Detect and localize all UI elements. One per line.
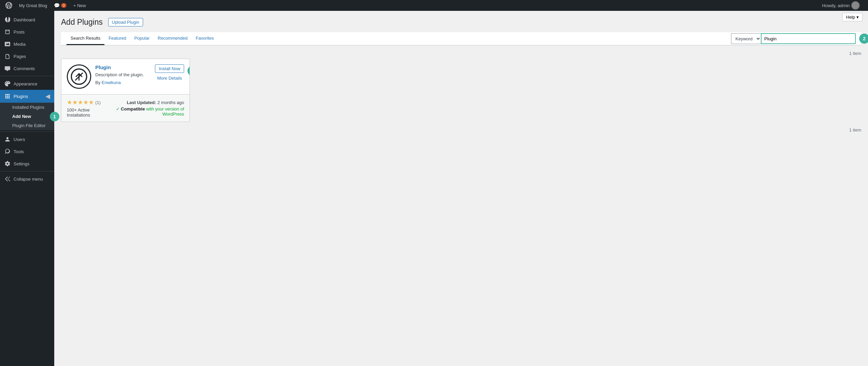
help-area: Help ▾ (842, 13, 863, 21)
plugin-name[interactable]: Plugin (95, 64, 148, 70)
plugin-cards-grid: Plugin Description of the plugin. By Enw… (61, 59, 861, 122)
submenu-add-new[interactable]: Add New (0, 112, 54, 121)
plugin-description: Description of the plugin. (95, 72, 148, 77)
sidebar-item-plugins[interactable]: Plugins ◀ (0, 90, 54, 103)
admin-bar: My Great Blog 💬 0 + New Howdy, admin (0, 0, 868, 11)
active-installs: 100+ Active Installations (67, 107, 107, 118)
plugin-author: By Enwikuna (95, 80, 148, 85)
items-count-bottom: 1 item (61, 127, 861, 133)
plugin-meta-right: Last Updated: 2 months ago ✓ Compatible … (107, 100, 184, 117)
main-content: Add Plugins Upload Plugin Search Results… (54, 11, 868, 366)
rating-count: (1) (95, 100, 101, 105)
step-badge-3: 3 (188, 66, 190, 76)
adminbar-new[interactable]: + New (71, 0, 88, 11)
plugins-icon (4, 93, 11, 100)
plugin-rating-area: ★★★★★ (1) 100+ Active Installations (67, 99, 107, 118)
tab-search-results[interactable]: Search Results (66, 32, 104, 45)
submenu-plugin-file-editor[interactable]: Plugin File Editor (0, 121, 54, 130)
sidebar-item-media[interactable]: Media (0, 38, 54, 50)
upload-plugin-button[interactable]: Upload Plugin (108, 18, 143, 26)
tab-popular[interactable]: Popular (130, 32, 154, 45)
install-now-button[interactable]: Install Now (155, 64, 184, 73)
plugins-submenu: Installed Plugins Add New 1 Plugin File … (0, 103, 54, 130)
tab-featured[interactable]: Featured (104, 32, 130, 45)
compatible: ✓ Compatible with your version of WordPr… (107, 106, 184, 117)
avatar (851, 1, 860, 10)
page-header: Add Plugins Upload Plugin (61, 18, 861, 27)
help-button[interactable]: Help ▾ (842, 13, 863, 21)
adminbar-howdy[interactable]: Howdy, admin (820, 0, 863, 11)
page-title: Add Plugins (61, 18, 103, 27)
settings-icon (4, 160, 11, 167)
pages-icon (4, 53, 11, 60)
items-count-top: 1 item (61, 51, 861, 56)
submenu-installed-plugins[interactable]: Installed Plugins (0, 103, 54, 112)
media-icon (4, 41, 11, 47)
tab-favorites[interactable]: Favorites (192, 32, 218, 45)
plugin-action-area: Install Now More Details 3 (155, 64, 184, 89)
collapse-icon (4, 176, 11, 182)
last-updated: Last Updated: 2 months ago (107, 100, 184, 105)
sidebar-item-dashboard[interactable]: Dashboard (0, 14, 54, 26)
search-area: Keyword 2 (731, 33, 856, 44)
filter-bar: Search Results Featured Popular Recommen… (61, 32, 861, 45)
plugin-info: Plugin Description of the plugin. By Enw… (95, 64, 148, 89)
appearance-icon (4, 80, 11, 87)
search-type-select[interactable]: Keyword (731, 33, 761, 44)
filter-tabs: Search Results Featured Popular Recommen… (66, 32, 218, 45)
sidebar-item-pages[interactable]: Pages (0, 50, 54, 62)
adminbar-comments[interactable]: 💬 0 (51, 0, 69, 11)
search-input[interactable] (761, 33, 856, 44)
posts-icon (4, 28, 11, 35)
dashboard-icon (4, 16, 11, 23)
sidebar-item-users[interactable]: Users (0, 133, 54, 145)
tools-icon (4, 148, 11, 155)
author-link[interactable]: Enwikuna (102, 80, 121, 85)
tab-recommended[interactable]: Recommended (154, 32, 192, 45)
sidebar-item-settings[interactable]: Settings (0, 158, 54, 170)
plugin-card-top: Plugin Description of the plugin. By Enw… (61, 59, 190, 94)
sidebar-item-posts[interactable]: Posts (0, 26, 54, 38)
sidebar-item-tools[interactable]: Tools (0, 145, 54, 158)
plugin-icon (67, 64, 91, 89)
step-badge-2: 2 (859, 34, 868, 44)
rating-stars: ★★★★★ (67, 99, 94, 106)
sidebar-item-appearance[interactable]: Appearance (0, 78, 54, 90)
adminbar-site-name[interactable]: My Great Blog (16, 0, 50, 11)
more-details-link[interactable]: More Details (157, 76, 182, 81)
collapse-menu[interactable]: Collapse menu (0, 173, 54, 185)
plugin-card-bottom: ★★★★★ (1) 100+ Active Installations Last… (61, 94, 190, 122)
comments-icon (4, 65, 11, 72)
sidebar: Dashboard Posts Media P (0, 11, 54, 366)
sidebar-item-comments[interactable]: Comments (0, 62, 54, 75)
adminbar-wp-logo[interactable] (3, 0, 15, 11)
step-badge-1: 1 (50, 112, 59, 121)
plugin-card: Plugin Description of the plugin. By Enw… (61, 59, 190, 122)
users-icon (4, 136, 11, 143)
